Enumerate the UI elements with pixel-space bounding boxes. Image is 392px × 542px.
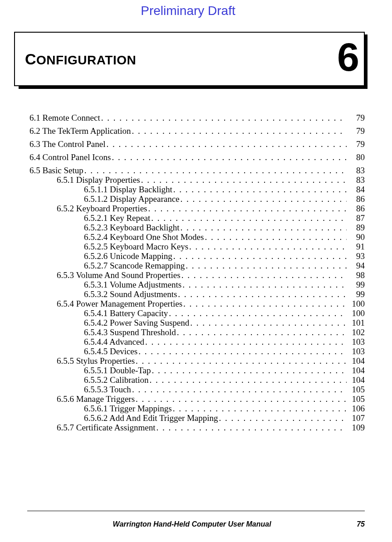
toc-entry: 6.5.1 Display Properties83: [29, 176, 365, 184]
toc-entry-title: 6.5.2.7 Scancode Remapping: [84, 261, 185, 270]
toc-entry-title: 6.5.1.1 Display Backlight: [84, 185, 172, 194]
toc-entry-title: 6.5.2.4 Keyboard One Shot Modes: [84, 233, 204, 241]
toc-entry-page: 89: [347, 223, 365, 232]
toc-entry-title: 6.5.3.2 Sound Adjustments: [84, 290, 177, 298]
toc-entry-leader: [135, 356, 347, 365]
toc-entry: 6.5.6.2 Add And Edit Trigger Mapping107: [29, 414, 365, 422]
toc-entry-page: 86: [347, 195, 365, 203]
toc-entry-title: 6.5.7 Certificate Assignment: [57, 423, 155, 432]
toc-entry-page: 109: [347, 423, 365, 432]
toc-entry-title: 6.2 The TekTerm Application: [29, 127, 131, 135]
toc-entry-leader: [105, 140, 347, 148]
toc-entry-leader: [131, 385, 347, 394]
page-footer: Warrington Hand-Held Computer User Manua…: [27, 520, 365, 528]
toc-entry: 6.5.1.2 Display Appearance86: [29, 195, 365, 203]
toc-entry-title: 6.5.3 Volume And Sound Properties: [57, 271, 181, 279]
toc-entry-page: 91: [347, 242, 365, 251]
toc-entry-page: 104: [347, 366, 365, 375]
toc-entry-leader: [204, 233, 347, 241]
toc-entry-page: 103: [347, 337, 365, 346]
toc-entry-page: 98: [347, 271, 365, 279]
toc-entry-leader: [155, 423, 347, 432]
toc-entry-leader: [218, 414, 347, 422]
toc-entry-leader: [189, 318, 347, 327]
toc-entry-title: 6.5.4.4 Advanced: [84, 337, 144, 346]
footer-page-number: 75: [357, 520, 365, 528]
toc-entry: 6.5.7 Certificate Assignment109: [29, 423, 365, 432]
toc-entry-title: 6.5.2 Keyboard Properties: [57, 204, 147, 213]
toc-entry-page: 103: [347, 347, 365, 356]
toc-entry-page: 94: [347, 261, 365, 270]
toc-entry: 6.5.1.1 Display Backlight84: [29, 185, 365, 194]
toc-entry-title: 6.5.5.1 Double-Tap: [84, 366, 151, 375]
toc-entry-title: 6.5.1.2 Display Appearance: [84, 195, 180, 203]
toc-entry-title: 6.5.5.2 Calibration: [84, 376, 148, 384]
toc-entry-page: 102: [347, 328, 365, 337]
toc-entry: 6.5.6 Manage Triggers105: [29, 395, 365, 403]
toc-entry-page: 105: [347, 395, 365, 403]
toc-entry-page: 100: [347, 299, 365, 308]
toc-entry: 6.5.4.2 Power Saving Suspend101: [29, 318, 365, 327]
toc-entry-page: 83: [347, 166, 365, 175]
toc-entry-leader: [185, 261, 347, 270]
toc-entry-leader: [182, 299, 347, 308]
toc-entry-leader: [144, 337, 347, 346]
toc-entry-leader: [180, 223, 347, 232]
toc-entry: 6.5.2.3 Keyboard Backlight89: [29, 223, 365, 232]
toc-entry-page: 79: [347, 113, 365, 122]
toc-entry-page: 93: [347, 252, 365, 260]
toc-entry: 6.5.5.1 Double-Tap104: [29, 366, 365, 375]
toc-entry: 6.5.4.3 Suspend Threshold102: [29, 328, 365, 337]
toc-entry-leader: [140, 176, 347, 184]
toc-entry: 6.4 Control Panel Icons80: [29, 153, 365, 161]
toc-entry-title: 6.5.5.3 Touch: [84, 385, 131, 394]
toc-entry-leader: [135, 395, 347, 403]
toc-entry: 6.5.5.2 Calibration104: [29, 376, 365, 384]
toc-entry-page: 105: [347, 385, 365, 394]
toc-entry: 6.5.4 Power Management Properties100: [29, 299, 365, 308]
toc-entry: 6.5 Basic Setup83: [29, 166, 365, 175]
toc-entry-page: 86: [347, 204, 365, 213]
toc-entry-title: 6.5.4.3 Suspend Threshold: [84, 328, 176, 337]
footer-rule: [27, 511, 365, 511]
toc-entry-page: 90: [347, 233, 365, 241]
toc-entry: 6.5.2.5 Keyboard Macro Keys91: [29, 242, 365, 251]
toc-entry-page: 79: [347, 140, 365, 148]
page: Preliminary Draft CONFIGURATION 6 6.1 Re…: [0, 0, 392, 542]
toc-entry-leader: [176, 328, 347, 337]
toc-entry-title: 6.5.1 Display Properties: [57, 176, 140, 184]
toc-entry-leader: [100, 113, 347, 122]
toc-entry-leader: [188, 242, 347, 251]
draft-watermark: Preliminary Draft: [11, 4, 365, 18]
toc-entry-title: 6.5.5 Stylus Properties: [57, 356, 135, 365]
toc-entry-title: 6.5.6.2 Add And Edit Trigger Mapping: [84, 414, 218, 422]
toc-entry: 6.5.2.6 Unicode Mapping93: [29, 252, 365, 260]
toc-entry-leader: [131, 127, 347, 135]
toc-entry-leader: [150, 214, 347, 222]
toc-entry-title: 6.3 The Control Panel: [29, 140, 105, 148]
toc-entry: 6.5.5 Stylus Properties104: [29, 356, 365, 365]
chapter-title-first-letter: C: [25, 50, 36, 68]
toc-entry-title: 6.5.4.2 Power Saving Suspend: [84, 318, 189, 327]
toc-entry-title: 6.4 Control Panel Icons: [29, 153, 111, 161]
toc-entry-page: 107: [347, 414, 365, 422]
toc-entry-page: 101: [347, 318, 365, 327]
toc-entry-page: 104: [347, 376, 365, 384]
toc-entry: 6.5.3.2 Sound Adjustments99: [29, 290, 365, 298]
toc-entry-leader: [151, 366, 347, 375]
toc-entry-page: 84: [347, 185, 365, 194]
toc-entry-title: 6.1 Remote Connect: [29, 113, 100, 122]
toc-entry-title: 6.5.4.5 Devices: [84, 347, 137, 356]
toc-entry: 6.5.2.4 Keyboard One Shot Modes90: [29, 233, 365, 241]
chapter-title: CONFIGURATION: [25, 50, 136, 68]
toc-entry: 6.5.2.7 Scancode Remapping94: [29, 261, 365, 270]
toc-entry: 6.5.2.1 Key Repeat87: [29, 214, 365, 222]
toc-entry-page: 106: [347, 404, 365, 413]
toc-entry-page: 104: [347, 356, 365, 365]
toc-entry-title: 6.5.2.1 Key Repeat: [84, 214, 150, 222]
toc-entry-page: 83: [347, 176, 365, 184]
toc-entry-title: 6.5 Basic Setup: [29, 166, 83, 175]
toc-entry-page: 99: [347, 290, 365, 298]
toc-entry-title: 6.5.3.1 Volume Adjustments: [84, 280, 181, 289]
toc-entry: 6.5.4.5 Devices103: [29, 347, 365, 356]
